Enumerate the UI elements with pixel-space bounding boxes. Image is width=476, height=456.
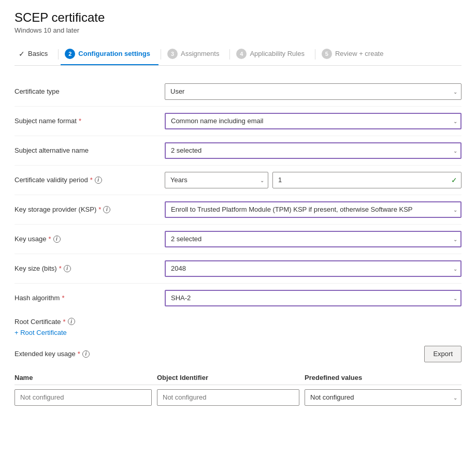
key-usage-row: Key usage * i 2 selected ⌄ <box>15 225 461 254</box>
subject-alt-name-select[interactable]: 2 selected <box>165 142 461 159</box>
configuration-form: Certificate type User Device ⌄ Subject n… <box>15 77 461 313</box>
table-predefined-cell: Not configured Client Authentication Ser… <box>305 389 461 406</box>
key-usage-select[interactable]: 2 selected <box>165 231 461 247</box>
hash-algorithm-required: * <box>62 294 64 302</box>
validity-number-wrapper: ✓ <box>272 172 461 188</box>
col-predefined-header: Predefined values <box>305 374 461 381</box>
tab-divider-4 <box>315 49 315 60</box>
validity-period-select-wrapper: Days Months Years ⌄ <box>165 172 268 188</box>
hash-algorithm-control: SHA-1 SHA-2 ⌄ <box>165 290 461 306</box>
root-cert-required: * <box>63 318 66 326</box>
subject-alt-name-control: 2 selected ⌄ <box>165 142 461 159</box>
ksp-info-icon[interactable]: i <box>103 206 110 213</box>
certificate-type-select-wrapper: User Device ⌄ <box>165 83 461 100</box>
page-title: SCEP certificate <box>15 10 461 25</box>
ksp-control: Enroll to Trusted Platform Module (TPM) … <box>165 201 461 218</box>
key-usage-required: * <box>48 235 51 243</box>
subject-name-format-select-wrapper: Common name including email Common name … <box>165 113 461 129</box>
certificate-type-select[interactable]: User Device <box>165 83 461 100</box>
page-subtitle: Windows 10 and later <box>15 26 461 34</box>
tab-divider-3 <box>229 49 230 60</box>
hash-algorithm-select-wrapper: SHA-1 SHA-2 ⌄ <box>165 290 461 306</box>
key-usage-select-wrapper: 2 selected ⌄ <box>165 231 461 247</box>
extended-key-usage-label: Extended key usage * i <box>15 350 165 358</box>
certificate-type-row: Certificate type User Device ⌄ <box>15 77 461 107</box>
subject-name-format-required: * <box>79 117 81 125</box>
key-size-control: 1024 2048 4096 ⌄ <box>165 260 461 277</box>
subject-alt-name-label: Subject alternative name <box>15 146 165 154</box>
table-row: Not configured Client Authentication Ser… <box>15 385 461 410</box>
subject-alt-name-row: Subject alternative name 2 selected ⌄ <box>15 136 461 166</box>
tab-applicability[interactable]: 4 Applicability Rules <box>232 43 313 65</box>
tab-configuration-label: Configuration settings <box>78 50 150 57</box>
ksp-select[interactable]: Enroll to Trusted Platform Module (TPM) … <box>165 201 461 218</box>
table-predefined-select-wrapper: Not configured Client Authentication Ser… <box>305 389 461 406</box>
key-size-info-icon[interactable]: i <box>64 265 71 272</box>
extended-key-usage-row: Extended key usage * i Export <box>15 340 461 366</box>
validity-row: Days Months Years ⌄ ✓ <box>165 172 461 188</box>
root-certificate-link[interactable]: + Root Certificate <box>15 329 67 336</box>
tab-divider-1 <box>58 49 59 60</box>
key-usage-label: Key usage * i <box>15 235 165 243</box>
tab-review-step: 5 <box>322 49 332 59</box>
ksp-select-wrapper: Enroll to Trusted Platform Module (TPM) … <box>165 201 461 218</box>
tab-basics-label: Basics <box>28 50 48 57</box>
root-certificate-label: Root Certificate * i <box>15 318 461 326</box>
export-button[interactable]: Export <box>424 346 461 362</box>
tab-divider-2 <box>161 49 161 60</box>
tab-configuration-step: 2 <box>65 49 75 59</box>
certificate-type-label: Certificate type <box>15 87 165 95</box>
tab-review[interactable]: 5 Review + create <box>318 43 392 65</box>
key-usage-control: 2 selected ⌄ <box>165 231 461 247</box>
tab-assignments-step: 3 <box>167 49 178 59</box>
root-certificate-section: Root Certificate * i + Root Certificate <box>15 313 461 340</box>
subject-name-format-row: Subject name format * Common name includ… <box>15 107 461 136</box>
subject-name-format-select[interactable]: Common name including email Common name … <box>165 113 461 129</box>
tab-applicability-label: Applicability Rules <box>250 50 305 57</box>
key-size-row: Key size (bits) * i 1024 2048 4096 ⌄ <box>15 254 461 284</box>
tab-applicability-step: 4 <box>236 49 247 59</box>
extended-key-usage-info-icon[interactable]: i <box>82 350 90 358</box>
cert-validity-label: Certificate validity period * i <box>15 176 165 184</box>
table-header: Name Object Identifier Predefined values <box>15 371 461 385</box>
subject-name-format-label: Subject name format * <box>15 117 165 125</box>
wizard-tabs: ✓ Basics 2 Configuration settings 3 Assi… <box>15 43 461 66</box>
key-usage-info-icon[interactable]: i <box>53 236 61 243</box>
tab-review-label: Review + create <box>335 50 384 57</box>
hash-algorithm-row: Hash algorithm * SHA-1 SHA-2 ⌄ <box>15 284 461 313</box>
certificate-type-control: User Device ⌄ <box>165 83 461 100</box>
table-name-input[interactable] <box>15 389 152 406</box>
extended-key-usage-table: Name Object Identifier Predefined values… <box>15 371 461 410</box>
cert-validity-info-icon[interactable]: i <box>95 176 102 184</box>
tab-configuration[interactable]: 2 Configuration settings <box>61 43 158 65</box>
validity-period-select[interactable]: Days Months Years <box>165 172 268 188</box>
subject-alt-name-select-wrapper: 2 selected ⌄ <box>165 142 461 159</box>
table-oid-cell <box>157 389 299 406</box>
check-icon: ✓ <box>19 50 25 58</box>
table-name-cell <box>15 389 152 406</box>
hash-algorithm-label: Hash algorithm * <box>15 294 165 302</box>
col-name-header: Name <box>15 374 157 381</box>
tab-assignments[interactable]: 3 Assignments <box>163 43 227 65</box>
root-cert-info-icon[interactable]: i <box>68 318 75 325</box>
key-size-required: * <box>59 264 62 272</box>
validity-number-input[interactable] <box>272 172 461 188</box>
table-oid-input[interactable] <box>157 389 299 406</box>
subject-name-format-control: Common name including email Common name … <box>165 113 461 129</box>
ksp-required: * <box>98 205 101 213</box>
key-size-label: Key size (bits) * i <box>15 264 165 272</box>
table-predefined-select[interactable]: Not configured Client Authentication Ser… <box>305 389 461 406</box>
ksp-label: Key storage provider (KSP) * i <box>15 205 165 213</box>
tab-assignments-label: Assignments <box>181 50 219 57</box>
col-oid-header: Object Identifier <box>157 374 305 381</box>
key-size-select-wrapper: 1024 2048 4096 ⌄ <box>165 260 461 277</box>
extended-key-usage-required: * <box>78 350 80 358</box>
ksp-row: Key storage provider (KSP) * i Enroll to… <box>15 195 461 225</box>
cert-validity-required: * <box>90 176 93 184</box>
cert-validity-control: Days Months Years ⌄ ✓ <box>165 172 461 188</box>
hash-algorithm-select[interactable]: SHA-1 SHA-2 <box>165 290 461 306</box>
cert-validity-row: Certificate validity period * i Days Mon… <box>15 166 461 195</box>
tab-basics[interactable]: ✓ Basics <box>15 45 56 64</box>
key-size-select[interactable]: 1024 2048 4096 <box>165 260 461 277</box>
